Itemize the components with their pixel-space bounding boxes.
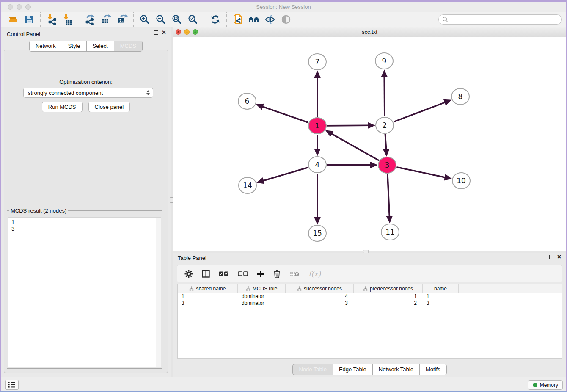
main-toolbar bbox=[1, 12, 566, 27]
export-image-button[interactable] bbox=[114, 13, 130, 26]
zoom-selected-button[interactable] bbox=[185, 13, 201, 26]
cell-shared-name: 3 bbox=[178, 300, 238, 306]
edge-1-6[interactable] bbox=[262, 106, 308, 122]
split-view-button[interactable] bbox=[202, 270, 210, 278]
select-all-button[interactable] bbox=[219, 271, 229, 276]
select-all-icon bbox=[219, 271, 229, 276]
open-file-button[interactable] bbox=[5, 13, 21, 26]
table-settings-button[interactable] bbox=[184, 270, 193, 278]
close-panel-icon[interactable]: × bbox=[162, 30, 166, 35]
table-row[interactable]: 1dominator411 bbox=[178, 293, 562, 300]
table-panel-title: Table Panel bbox=[178, 255, 206, 261]
criterion-dropdown-value: strongly connected component bbox=[28, 90, 103, 96]
table-row[interactable]: 3dominator323 bbox=[178, 300, 562, 306]
control-panel: Control Panel × NetworkStyleSelectMCDS O… bbox=[1, 27, 171, 377]
column-label: predecessor nodes bbox=[370, 286, 413, 292]
show-all-button[interactable] bbox=[278, 13, 294, 26]
hierarchy-icon bbox=[246, 286, 250, 291]
zoom-fit-icon bbox=[172, 14, 182, 25]
export-network-button[interactable] bbox=[82, 13, 98, 26]
edge-4-14[interactable] bbox=[263, 167, 308, 181]
node-label-7: 7 bbox=[315, 58, 320, 66]
edge-3-10[interactable] bbox=[396, 167, 446, 177]
table-toolbar: f(x) bbox=[177, 265, 562, 282]
eye-slash-icon bbox=[264, 14, 275, 25]
edge-2-8[interactable] bbox=[394, 102, 446, 122]
tab-style[interactable]: Style bbox=[62, 41, 87, 52]
node-label-15: 15 bbox=[313, 229, 322, 237]
edge-3-11[interactable] bbox=[388, 174, 389, 217]
cell-successor-nodes: 3 bbox=[286, 300, 354, 306]
first-neighbors-button[interactable] bbox=[246, 13, 262, 26]
run-mcds-button[interactable]: Run MCDS bbox=[42, 102, 83, 112]
column-label: successor nodes bbox=[304, 286, 342, 292]
dropdown-arrows-icon bbox=[146, 90, 150, 95]
tab-network[interactable]: Network bbox=[29, 41, 62, 52]
network-canvas[interactable]: 7968124314101511 bbox=[173, 37, 566, 251]
mcds-result-line: 3 bbox=[11, 226, 161, 232]
float-panel-icon[interactable] bbox=[154, 30, 158, 35]
column-label: shared name bbox=[196, 286, 226, 292]
tab-mcds[interactable]: MCDS bbox=[114, 41, 143, 52]
edge-4-3[interactable] bbox=[327, 165, 371, 165]
cell-shared-name: 1 bbox=[178, 293, 238, 300]
column-header-shared-name[interactable]: shared name bbox=[178, 284, 238, 293]
network-graph: 7968124314101511 bbox=[173, 37, 566, 251]
toolbar-separator bbox=[40, 12, 41, 27]
import-table-button[interactable] bbox=[60, 13, 76, 26]
mcds-result-list[interactable]: 13 bbox=[8, 217, 161, 367]
table-panel-tabs: Node TableEdge TableNetwork TableMotifs bbox=[173, 364, 566, 375]
table-tab-node-table[interactable]: Node Table bbox=[292, 364, 333, 375]
float-table-panel-icon[interactable] bbox=[549, 255, 553, 259]
node-table[interactable]: shared nameMCDS rolesuccessor nodesprede… bbox=[177, 284, 562, 359]
cell-successor-nodes: 4 bbox=[286, 293, 354, 300]
control-panel-title: Control Panel bbox=[7, 31, 40, 37]
zoom-out-button[interactable] bbox=[153, 13, 169, 26]
zoom-fit-button[interactable] bbox=[169, 13, 185, 26]
column-header-mcds-role[interactable]: MCDS role bbox=[238, 284, 286, 293]
gear-icon bbox=[184, 270, 193, 278]
search-input[interactable] bbox=[438, 14, 562, 25]
column-label: MCDS role bbox=[253, 286, 278, 292]
save-icon bbox=[24, 14, 34, 25]
close-table-panel-icon[interactable]: × bbox=[557, 255, 561, 259]
hide-selected-button[interactable] bbox=[262, 13, 278, 26]
delete-table-icon bbox=[289, 271, 300, 277]
table-tab-edge-table[interactable]: Edge Table bbox=[333, 364, 373, 375]
edge-1-2[interactable] bbox=[327, 125, 369, 126]
export-table-button[interactable] bbox=[98, 13, 114, 26]
edge-3-1[interactable] bbox=[331, 133, 379, 160]
criterion-dropdown[interactable]: strongly connected component bbox=[23, 88, 153, 98]
deselect-all-button[interactable] bbox=[238, 271, 248, 276]
zoom-in-button[interactable] bbox=[137, 13, 153, 26]
network-window-title: scc.txt bbox=[173, 29, 566, 35]
save-session-button[interactable] bbox=[21, 13, 37, 26]
edge-2-3[interactable] bbox=[385, 134, 386, 150]
table-header-row: shared nameMCDS rolesuccessor nodesprede… bbox=[178, 284, 562, 293]
column-header-predecessor-nodes[interactable]: predecessor nodes bbox=[354, 284, 423, 293]
cell-predecessor-nodes: 1 bbox=[354, 293, 423, 300]
edge-2-9[interactable] bbox=[384, 76, 385, 116]
delete-column-button[interactable] bbox=[273, 270, 281, 278]
column-header-successor-nodes[interactable]: successor nodes bbox=[286, 284, 354, 293]
tab-select[interactable]: Select bbox=[86, 41, 114, 52]
network-view-window: × − + scc.txt 7968124314101511 bbox=[173, 27, 566, 251]
clone-network-button[interactable] bbox=[230, 13, 246, 26]
houses-icon bbox=[248, 14, 260, 25]
zoom-selected-icon bbox=[188, 14, 198, 25]
table-tab-motifs[interactable]: Motifs bbox=[419, 364, 447, 375]
optimization-criterion-label: Optimization criterion: bbox=[4, 79, 168, 85]
column-header-name[interactable]: name bbox=[423, 284, 459, 293]
close-panel-button[interactable]: Close panel bbox=[88, 102, 130, 112]
add-column-button[interactable] bbox=[257, 270, 264, 278]
window-title: Session: New Session bbox=[1, 4, 566, 10]
refresh-button[interactable] bbox=[207, 13, 223, 26]
task-history-button[interactable] bbox=[5, 380, 19, 390]
result-scrollbar[interactable] bbox=[156, 218, 161, 367]
import-network-button[interactable] bbox=[44, 13, 60, 26]
search-area bbox=[438, 14, 562, 25]
status-bar: Memory bbox=[1, 377, 566, 391]
memory-button[interactable]: Memory bbox=[528, 380, 563, 390]
table-tab-network-table[interactable]: Network Table bbox=[372, 364, 420, 375]
table-panel-header: Table Panel × bbox=[173, 253, 566, 264]
